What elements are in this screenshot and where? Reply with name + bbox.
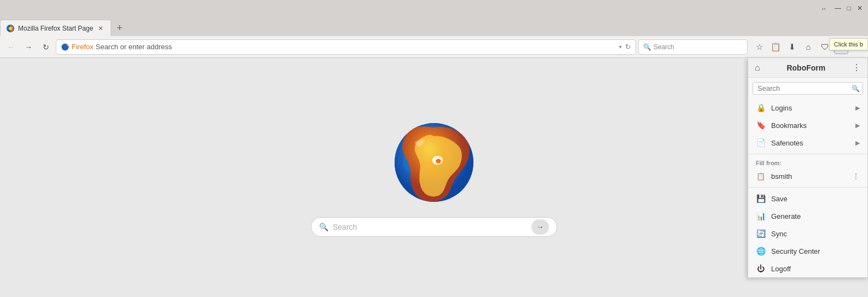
window-controls: ↔ — □ ✕	[821, 4, 864, 12]
roboform-header: ⌂ RoboForm ⋮	[748, 58, 867, 78]
safenotes-icon: 📄	[756, 138, 766, 148]
nav-bar: ← → ↻ Firefox Search or enter address ▾ …	[0, 36, 868, 58]
svg-point-1	[9, 27, 12, 30]
roboform-divider-2	[748, 187, 867, 188]
fill-from-label: Fill from:	[748, 156, 867, 167]
back-button[interactable]: ←	[3, 39, 19, 55]
svg-point-6	[436, 159, 441, 163]
tab-bar: Mozilla Firefox Start Page ✕ +	[0, 16, 868, 36]
svg-point-2	[62, 43, 69, 50]
roboform-divider-1	[748, 154, 867, 154]
address-dropdown-icon[interactable]: ▾	[619, 44, 622, 50]
logoff-icon: ⏻	[756, 264, 766, 273]
tab-favicon	[6, 24, 15, 33]
bookmarks-icon: 🔖	[756, 120, 766, 130]
center-search-text: Search	[333, 223, 527, 231]
nav-search-icon: 🔍	[643, 43, 651, 51]
roboform-fill-bsmith[interactable]: 📋 bsmith ⋮	[748, 167, 867, 185]
nav-search-bar[interactable]: 🔍 Search	[638, 39, 748, 55]
roboform-logoff-item[interactable]: ⏻ Logoff	[748, 260, 867, 277]
roboform-search-icon: 🔍	[852, 85, 860, 92]
new-tab-button[interactable]: +	[111, 20, 128, 36]
roboform-save-item[interactable]: 💾 Save	[748, 190, 867, 207]
tab-title: Mozilla Firefox Start Page	[18, 25, 93, 32]
firefox-logo-icon	[61, 43, 70, 51]
bookmarks-arrow-icon: ▶	[855, 122, 860, 129]
maximize-button[interactable]: □	[845, 4, 853, 12]
roboform-generate-item[interactable]: 📊 Generate	[748, 207, 867, 225]
bsmith-more-icon[interactable]: ⋮	[852, 172, 860, 180]
generate-icon: 📊	[756, 211, 766, 221]
bookmark-star-button[interactable]: ☆	[752, 40, 766, 54]
address-text: Search or enter address	[96, 43, 619, 51]
roboform-search-bar[interactable]: 🔍	[753, 82, 863, 95]
logoff-label: Logoff	[771, 265, 860, 273]
safenotes-label: Safenotes	[771, 139, 850, 147]
save-label: Save	[771, 195, 860, 203]
security-center-icon: 🌐	[756, 246, 766, 256]
nav-search-text: Search	[653, 43, 674, 51]
roboform-title: RoboForm	[765, 63, 848, 72]
roboform-search-input[interactable]	[757, 84, 849, 92]
main-content: 🔍 Search → ⌂ RoboForm ⋮ 🔍 🔒 Logins ▶ 🔖 B…	[0, 58, 868, 297]
click-this-tooltip: Click this b	[829, 38, 868, 50]
tab-close-button[interactable]: ✕	[96, 24, 105, 33]
firefox-logo-large	[390, 119, 478, 206]
roboform-sync-item[interactable]: 🔄 Sync	[748, 225, 867, 242]
bsmith-icon: 📋	[756, 171, 766, 181]
roboform-home-icon[interactable]: ⌂	[755, 63, 760, 73]
center-search-bar[interactable]: 🔍 Search →	[311, 217, 557, 237]
address-bar[interactable]: Firefox Search or enter address ▾ ↻	[56, 39, 636, 55]
roboform-bookmarks-item[interactable]: 🔖 Bookmarks ▶	[748, 117, 867, 134]
generate-label: Generate	[771, 212, 860, 220]
roboform-more-icon[interactable]: ⋮	[852, 62, 861, 73]
logins-label: Logins	[771, 104, 850, 112]
center-search-icon: 🔍	[319, 223, 328, 231]
roboform-logins-item[interactable]: 🔒 Logins ▶	[748, 99, 867, 117]
address-reload-icon[interactable]: ↻	[625, 43, 631, 51]
bsmith-label: bsmith	[771, 172, 792, 180]
title-bar: ↔ — □ ✕	[0, 0, 868, 16]
forward-button[interactable]: →	[21, 39, 36, 55]
roboform-safenotes-item[interactable]: 📄 Safenotes ▶	[748, 134, 867, 152]
safenotes-arrow-icon: ▶	[855, 139, 860, 147]
active-tab[interactable]: Mozilla Firefox Start Page ✕	[0, 20, 111, 36]
sync-icon: 🔄	[756, 229, 766, 238]
center-search-button[interactable]: →	[531, 219, 549, 235]
sync-label: Sync	[771, 230, 860, 238]
reload-button[interactable]: ↻	[38, 39, 54, 55]
roboform-panel: ⌂ RoboForm ⋮ 🔍 🔒 Logins ▶ 🔖 Bookmarks ▶ …	[748, 58, 868, 278]
roboform-security-center-item[interactable]: 🌐 Security Center	[748, 242, 867, 260]
close-button[interactable]: ✕	[856, 4, 864, 12]
logins-icon: 🔒	[756, 103, 766, 113]
download-button[interactable]: ⬇	[785, 40, 799, 54]
firefox-center: 🔍 Search →	[311, 119, 557, 237]
home-button[interactable]: ⌂	[801, 40, 815, 54]
bookmarks-label: Bookmarks	[771, 121, 850, 130]
save-icon: 💾	[756, 194, 766, 203]
minimize-button[interactable]: —	[834, 4, 842, 12]
security-center-label: Security Center	[771, 247, 860, 255]
logins-arrow-icon: ▶	[855, 104, 860, 112]
reading-list-button[interactable]: 📋	[768, 40, 783, 54]
expand-icon[interactable]: ↔	[821, 5, 826, 11]
address-prefix: Firefox	[72, 43, 94, 51]
